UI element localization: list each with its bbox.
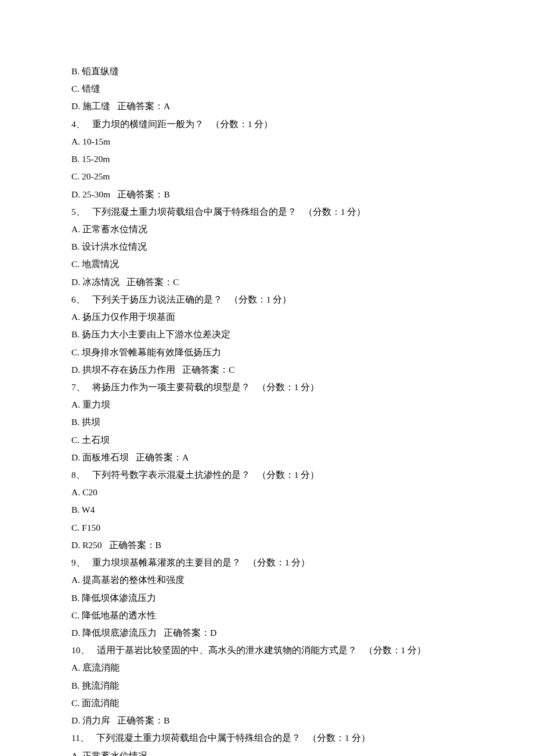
option-text: 消力戽 bbox=[82, 715, 110, 725]
option-text: 提高基岩的整体性和强度 bbox=[82, 575, 185, 585]
option-text: 正常蓄水位情况 bbox=[82, 224, 147, 234]
question-text: 下列混凝土重力坝荷载组合中属于特殊组合的是？ bbox=[92, 207, 297, 217]
option-text: 降低坝底渗流压力 bbox=[82, 628, 157, 638]
option-text: 冰冻情况 bbox=[82, 277, 120, 287]
option-line: B. 设计洪水位情况 bbox=[71, 238, 463, 255]
question-line: 8、下列符号数字表示混凝土抗渗性的是？（分数：1 分） bbox=[71, 466, 463, 484]
option-text: 降低地基的透水性 bbox=[82, 610, 156, 620]
option-text: 施工缝 bbox=[82, 101, 110, 111]
option-letter: B bbox=[71, 681, 77, 690]
question-score: （分数：1 分） bbox=[257, 470, 320, 480]
question-score: （分数：1 分） bbox=[257, 382, 320, 392]
question-number: 5、 bbox=[71, 207, 85, 217]
question-number: 4、 bbox=[71, 119, 85, 129]
option-dot: . bbox=[77, 84, 82, 93]
option-letter: B bbox=[71, 154, 77, 164]
option-dot: . bbox=[77, 171, 82, 181]
question-line: 11、下列混凝土重力坝荷载组合中属于特殊组合的是？（分数：1 分） bbox=[71, 729, 463, 747]
option-letter: A bbox=[71, 487, 78, 497]
question-number: 11、 bbox=[71, 733, 89, 743]
option-line: C. 地震情况 bbox=[71, 255, 463, 273]
option-text: 设计洪水位情况 bbox=[82, 242, 147, 251]
option-letter: C bbox=[71, 84, 77, 93]
option-text: C20 bbox=[82, 487, 98, 497]
option-dot: . bbox=[77, 505, 81, 514]
option-line: B. 挑流消能 bbox=[71, 677, 463, 694]
option-dot: . bbox=[77, 610, 82, 620]
option-letter: D bbox=[71, 365, 78, 375]
option-text: 拱坝 bbox=[82, 417, 100, 427]
option-line: A. 正常蓄水位情况 bbox=[71, 747, 463, 756]
question-text: 下列符号数字表示混凝土抗渗性的是？ bbox=[92, 470, 250, 480]
option-letter: B bbox=[71, 593, 77, 603]
option-dot: . bbox=[78, 399, 82, 409]
option-text: 面板堆石坝 bbox=[82, 452, 129, 462]
option-letter: D bbox=[71, 628, 78, 638]
question-number: 6、 bbox=[71, 294, 85, 304]
option-letter: C bbox=[71, 347, 77, 357]
option-letter: B bbox=[71, 329, 77, 339]
option-letter: A bbox=[71, 224, 78, 234]
option-text: 15-20m bbox=[82, 154, 110, 164]
question-text: 重力坝坝基帷幕灌浆的主要目的是？ bbox=[92, 557, 241, 567]
option-dot: . bbox=[77, 154, 82, 164]
option-dot: . bbox=[77, 435, 82, 445]
option-text: 铅直纵缝 bbox=[82, 66, 119, 76]
question-score: （分数：1 分） bbox=[248, 557, 311, 567]
option-letter: B bbox=[71, 242, 77, 251]
option-letter: A bbox=[71, 751, 78, 756]
option-text: F150 bbox=[82, 523, 100, 532]
option-line: C. 坝身排水管帷幕能有效降低扬压力 bbox=[71, 344, 463, 361]
option-line: D. R250正确答案：B bbox=[71, 537, 463, 554]
question-number: 7、 bbox=[71, 382, 85, 392]
option-letter: A bbox=[71, 399, 78, 409]
option-line: A. 底流消能 bbox=[71, 659, 463, 676]
question-text: 下列混凝土重力坝荷载组合中属于特殊组合的是？ bbox=[96, 733, 301, 743]
option-letter: A bbox=[71, 575, 78, 585]
option-text: 错缝 bbox=[82, 84, 100, 93]
option-dot: . bbox=[78, 715, 82, 725]
option-letter: C bbox=[71, 435, 77, 445]
option-line: A. 重力坝 bbox=[71, 396, 463, 413]
option-text: R250 bbox=[82, 540, 102, 550]
option-line: D. 25-30m正确答案：B bbox=[71, 186, 463, 203]
option-line: A. 提高基岩的整体性和强度 bbox=[71, 571, 463, 589]
option-line: B. 拱坝 bbox=[71, 413, 463, 431]
option-dot: . bbox=[78, 628, 82, 638]
option-line: B. W4 bbox=[71, 501, 463, 519]
option-dot: . bbox=[77, 681, 82, 690]
option-text: 土石坝 bbox=[82, 435, 110, 445]
option-letter: D bbox=[71, 277, 78, 287]
option-text: 重力坝 bbox=[82, 399, 110, 409]
option-line: D. 冰冻情况正确答案：C bbox=[71, 273, 463, 291]
option-text: 挑流消能 bbox=[82, 681, 119, 690]
question-number: 9、 bbox=[71, 557, 85, 567]
option-letter: C bbox=[71, 171, 77, 181]
option-dot: . bbox=[77, 593, 82, 603]
question-score: （分数：1 分） bbox=[211, 119, 273, 129]
option-dot: . bbox=[77, 242, 82, 251]
option-text: 扬压力仅作用于坝基面 bbox=[82, 312, 175, 322]
document-page: B. 铅直纵缝C. 错缝D. 施工缝正确答案：A4、重力坝的横缝间距一般为？（分… bbox=[0, 0, 534, 756]
option-line: C. 20-25m bbox=[71, 168, 463, 185]
option-text: W4 bbox=[82, 505, 95, 514]
option-dot: . bbox=[77, 259, 82, 269]
question-text: 下列关于扬压力说法正确的是？ bbox=[92, 294, 222, 304]
question-score: （分数：1 分） bbox=[229, 294, 292, 304]
question-line: 6、下列关于扬压力说法正确的是？（分数：1 分） bbox=[71, 291, 463, 308]
option-text: 10-15m bbox=[82, 136, 110, 146]
option-letter: C bbox=[71, 523, 77, 532]
answer-text: 正确答案：B bbox=[117, 189, 169, 199]
option-line: B. 15-20m bbox=[71, 150, 463, 168]
option-letter: D bbox=[71, 189, 78, 199]
question-text: 重力坝的横缝间距一般为？ bbox=[92, 119, 204, 129]
answer-text: 正确答案：A bbox=[117, 101, 170, 111]
option-dot: . bbox=[78, 136, 82, 146]
answer-text: 正确答案：A bbox=[136, 452, 189, 462]
option-line: D. 拱坝不存在扬压力作用正确答案：C bbox=[71, 361, 463, 379]
option-line: D. 施工缝正确答案：A bbox=[71, 98, 463, 115]
option-dot: . bbox=[77, 329, 82, 339]
answer-text: 正确答案：C bbox=[182, 365, 234, 375]
option-dot: . bbox=[78, 452, 82, 462]
option-dot: . bbox=[77, 523, 82, 532]
